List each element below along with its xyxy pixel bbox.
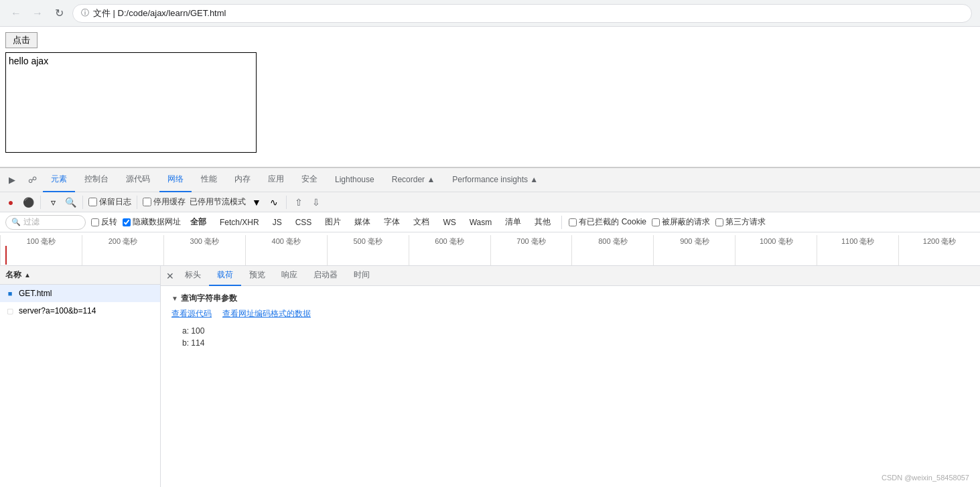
- disable-cache-checkbox[interactable]: 停用缓存: [143, 196, 186, 208]
- tab-memory[interactable]: 内存: [226, 168, 259, 192]
- file-list-header[interactable]: 名称 ▲: [0, 266, 160, 285]
- server-file-icon: ▢: [5, 306, 15, 316]
- devtools-inspect-icon[interactable]: ▶: [3, 171, 21, 190]
- network-main: 名称 ▲ ■ GET.html ▢ server?a=100&b=114 ✕: [0, 266, 980, 487]
- tab-security[interactable]: 安全: [293, 168, 326, 192]
- filter-chip-media[interactable]: 媒体: [350, 216, 374, 229]
- view-url-encoded-link[interactable]: 查看网址编码格式的数据: [222, 308, 311, 320]
- param-a: a: 100: [182, 326, 969, 336]
- tab-network[interactable]: 网络: [159, 168, 192, 192]
- devtools: ▶ ☍ 元素 控制台 源代码 网络 性能 内存 应用 安全 Lighthouse: [0, 167, 980, 487]
- network-mode-label: 已停用节流模式: [190, 196, 246, 208]
- payload-content: ▼ 查询字符串参数 查看源代码 查看网址编码格式的数据 a: 100 b: 11…: [161, 286, 980, 487]
- param-b: b: 114: [182, 338, 969, 348]
- details-tab-preview[interactable]: 预览: [241, 266, 273, 286]
- address-icon: ⓘ: [81, 7, 89, 19]
- timeline-bar: [5, 246, 7, 265]
- tick-700: 700 毫秒: [490, 235, 572, 265]
- tab-application[interactable]: 应用: [260, 168, 292, 192]
- details-tab-response[interactable]: 响应: [273, 266, 305, 286]
- devtools-device-icon[interactable]: ☍: [23, 171, 42, 190]
- reload-button[interactable]: ↻: [51, 5, 67, 21]
- filter-chip-js[interactable]: JS: [269, 216, 286, 229]
- section-arrow: ▼: [171, 295, 178, 302]
- section-label: 查询字符串参数: [181, 293, 237, 304]
- filter-chip-other[interactable]: 其他: [531, 216, 555, 229]
- forward-button[interactable]: →: [29, 5, 46, 21]
- import-button[interactable]: ⇧: [292, 196, 305, 209]
- payload-links: 查看源代码 查看网址编码格式的数据: [171, 308, 969, 320]
- filter-input-wrapper[interactable]: 🔍 过滤: [5, 215, 86, 230]
- address-text: 文件 | D:/code/ajax/learn/GET.html: [93, 7, 226, 19]
- hide-data-urls-checkbox[interactable]: 隐藏数据网址: [123, 216, 181, 228]
- filter-chip-all[interactable]: 全部: [186, 216, 210, 229]
- network-mode-dropdown[interactable]: ▼: [250, 196, 263, 209]
- filter-chip-manifest[interactable]: 清单: [501, 216, 525, 229]
- param-b-val: 114: [191, 338, 204, 348]
- wifi-icon-button[interactable]: ∿: [267, 196, 281, 209]
- tab-performance-insights[interactable]: Performance insights ▲: [444, 168, 546, 192]
- tab-elements[interactable]: 元素: [43, 168, 75, 192]
- result-box: hello ajax: [5, 52, 257, 153]
- filter-chip-ws[interactable]: WS: [439, 216, 460, 229]
- toolbar-divider-1: [40, 196, 41, 209]
- network-toolbar: ● ⚫ ▿ 🔍 保留日志 停用缓存 已停用节流模式 ▼ ∿ ⇧ ⇩: [0, 192, 980, 212]
- file-item-get-html[interactable]: ■ GET.html: [0, 285, 160, 302]
- details-tab-timing[interactable]: 时间: [346, 266, 378, 286]
- tick-500: 500 毫秒: [327, 235, 409, 265]
- filter-divider: [561, 216, 562, 229]
- toolbar-divider-2: [82, 196, 83, 209]
- tab-lighthouse[interactable]: Lighthouse: [327, 168, 382, 192]
- blocked-cookies-checkbox[interactable]: 有已拦截的 Cookie: [569, 216, 646, 228]
- payload-section-title: ▼ 查询字符串参数: [171, 293, 969, 304]
- filter-chip-font[interactable]: 字体: [380, 216, 404, 229]
- browser-toolbar: ← → ↻ ⓘ 文件 | D:/code/ajax/learn/GET.html: [0, 0, 980, 27]
- tab-sources[interactable]: 源代码: [118, 168, 158, 192]
- details-panel: ✕ 标头 载荷 预览 响应 启动器 时间: [161, 266, 980, 487]
- back-button[interactable]: ←: [8, 5, 24, 21]
- filter-chip-doc[interactable]: 文档: [409, 216, 433, 229]
- details-tab-payload[interactable]: 载荷: [209, 266, 241, 286]
- blocked-requests-checkbox[interactable]: 被屏蔽的请求: [652, 216, 710, 228]
- html-file-icon: ■: [5, 289, 15, 298]
- details-tab-headers[interactable]: 标头: [177, 266, 209, 286]
- search-button[interactable]: 🔍: [64, 196, 77, 209]
- invert-checkbox[interactable]: 反转: [91, 216, 117, 228]
- tick-100: 100 毫秒: [0, 235, 82, 265]
- timeline-ruler: 100 毫秒 200 毫秒 300 毫秒 400 毫秒 500 毫秒 600 毫…: [0, 232, 980, 266]
- filter-chip-css[interactable]: CSS: [291, 216, 316, 229]
- click-button[interactable]: 点击: [5, 32, 38, 48]
- file-name-server: server?a=100&b=114: [19, 306, 96, 316]
- view-source-link[interactable]: 查看源代码: [171, 308, 212, 320]
- export-button[interactable]: ⇩: [309, 196, 323, 209]
- filter-placeholder: 过滤: [23, 216, 40, 228]
- filter-chip-img[interactable]: 图片: [321, 216, 345, 229]
- address-bar[interactable]: ⓘ 文件 | D:/code/ajax/learn/GET.html: [72, 4, 972, 23]
- filter-icon-button[interactable]: ▿: [46, 196, 60, 209]
- record-button[interactable]: ●: [4, 196, 17, 209]
- tab-recorder[interactable]: Recorder ▲: [384, 168, 443, 192]
- clear-button[interactable]: ⚫: [21, 196, 35, 209]
- tick-800: 800 毫秒: [571, 235, 653, 265]
- tick-600: 600 毫秒: [409, 235, 490, 265]
- result-text: hello ajax: [9, 56, 48, 66]
- details-tab-initiator[interactable]: 启动器: [305, 266, 346, 286]
- file-list-panel: 名称 ▲ ■ GET.html ▢ server?a=100&b=114: [0, 266, 161, 487]
- preserve-log-checkbox[interactable]: 保留日志: [88, 196, 131, 208]
- file-list-header-label: 名称: [5, 269, 21, 281]
- filter-bar: 🔍 过滤 反转 隐藏数据网址 全部 Fetch/XHR JS CSS 图片 媒体…: [0, 212, 980, 232]
- tick-1100: 1100 毫秒: [817, 235, 898, 265]
- devtools-tab-bar: ▶ ☍ 元素 控制台 源代码 网络 性能 内存 应用 安全 Lighthouse: [0, 168, 980, 192]
- filter-icon: 🔍: [11, 218, 21, 226]
- third-party-checkbox[interactable]: 第三方请求: [715, 216, 766, 228]
- filter-chip-fetch-xhr[interactable]: Fetch/XHR: [216, 216, 263, 229]
- tick-200: 200 毫秒: [82, 235, 163, 265]
- param-a-val: 100: [191, 326, 204, 336]
- filter-chip-wasm[interactable]: Wasm: [466, 216, 496, 229]
- tab-performance[interactable]: 性能: [193, 168, 225, 192]
- details-close-button[interactable]: ✕: [163, 269, 177, 283]
- file-item-server[interactable]: ▢ server?a=100&b=114: [0, 302, 160, 320]
- tab-console[interactable]: 控制台: [76, 168, 117, 192]
- tick-400: 400 毫秒: [245, 235, 327, 265]
- file-name-get-html: GET.html: [19, 289, 52, 298]
